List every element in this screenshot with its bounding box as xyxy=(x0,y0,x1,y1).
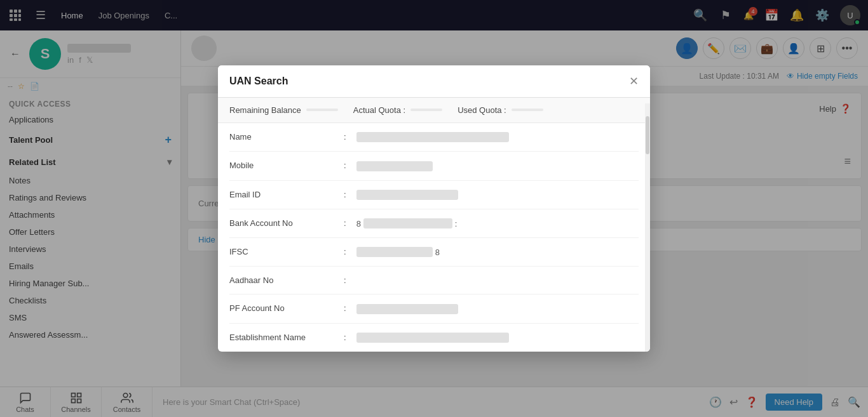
modal-quota-bar: Remaining Balance Actual Quota : Used Qu… xyxy=(218,98,650,123)
uan-search-modal: UAN Search ✕ Remaining Balance Actual Qu… xyxy=(218,65,650,352)
modal-field-value xyxy=(356,333,639,343)
modal-field-label: Mobile xyxy=(229,161,344,170)
actual-quota-item: Actual Quota : xyxy=(353,105,442,115)
modal-field-label: IFSC xyxy=(229,247,344,256)
used-quota-value xyxy=(512,109,543,111)
modal-field-label: PF Account No xyxy=(229,303,344,313)
modal-field-colon: : xyxy=(344,303,346,313)
modal-field-colon: : xyxy=(344,190,346,199)
partial-field-value: 8 xyxy=(356,247,639,257)
modal-field-row: Name: xyxy=(229,123,639,152)
modal-field-colon: : xyxy=(344,247,346,256)
modal-overlay[interactable]: UAN Search ✕ Remaining Balance Actual Qu… xyxy=(0,0,868,417)
modal-field-label: Bank Account No xyxy=(229,218,344,228)
blurred-field-value xyxy=(356,161,433,171)
modal-field-value xyxy=(356,132,639,143)
modal-close-button[interactable]: ✕ xyxy=(629,74,639,88)
modal-field-row: Establishment Name: xyxy=(229,324,639,352)
modal-field-colon: : xyxy=(344,218,346,228)
modal-field-colon: : xyxy=(344,132,346,142)
modal-field-row: Bank Account No:8: xyxy=(229,209,639,238)
used-quota-label: Used Quota : xyxy=(458,105,506,115)
modal-field-colon: : xyxy=(344,333,346,342)
remaining-balance-item: Remaining Balance xyxy=(229,105,338,115)
used-quota-item: Used Quota : xyxy=(458,105,543,115)
partial-field-value: 8: xyxy=(356,218,639,228)
modal-header: UAN Search ✕ xyxy=(218,65,650,98)
modal-field-colon: : xyxy=(344,161,346,170)
modal-field-label: Establishment Name xyxy=(229,333,344,342)
modal-field-row: IFSC: 8 xyxy=(229,238,639,267)
modal-field-value xyxy=(356,190,639,201)
modal-field-row: PF Account No: xyxy=(229,295,639,324)
modal-body: Name:Mobile:Email ID:Bank Account No:8:I… xyxy=(218,123,650,352)
modal-field-row: Email ID: xyxy=(229,181,639,210)
modal-field-label: Name xyxy=(229,132,344,142)
actual-quota-value xyxy=(410,109,442,111)
modal-field-value xyxy=(356,161,639,171)
modal-field-label: Aadhaar No xyxy=(229,275,344,285)
blurred-field-value xyxy=(356,132,509,142)
modal-field-value xyxy=(356,303,639,314)
actual-quota-label: Actual Quota : xyxy=(353,105,405,115)
modal-title: UAN Search xyxy=(229,76,288,87)
remaining-balance-label: Remaining Balance xyxy=(229,105,301,115)
modal-field-row: Mobile: xyxy=(229,152,639,181)
blurred-field-value xyxy=(356,333,509,343)
blurred-field-value xyxy=(356,190,458,200)
modal-field-value: 8: xyxy=(356,218,639,228)
modal-field-label: Email ID xyxy=(229,190,344,199)
modal-field-value: 8 xyxy=(356,247,639,257)
modal-field-colon: : xyxy=(344,275,346,285)
modal-field-row: Aadhaar No: xyxy=(229,267,639,295)
blurred-field-value xyxy=(356,304,458,314)
remaining-balance-value xyxy=(306,109,338,111)
